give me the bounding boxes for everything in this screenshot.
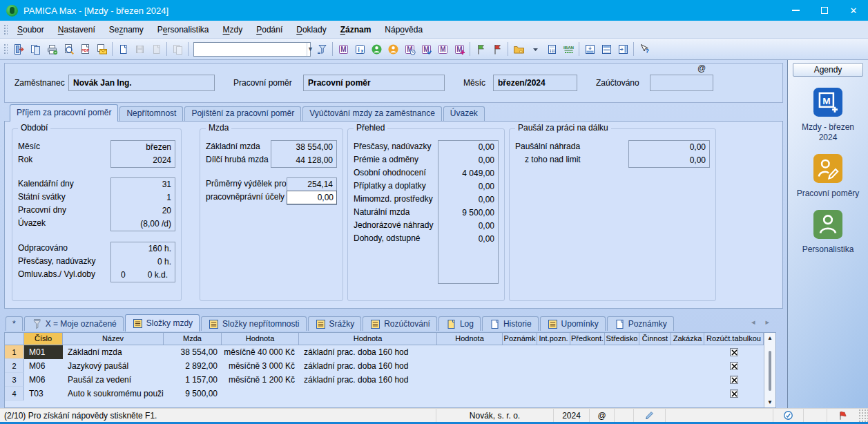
- minimize-button[interactable]: [781, 0, 810, 21]
- menu-podani[interactable]: Podání: [249, 22, 289, 37]
- column-header-hodnota[interactable]: Hodnota: [437, 333, 503, 345]
- column-header-nazev[interactable]: Název: [63, 333, 164, 345]
- cell[interactable]: [537, 387, 570, 401]
- cell[interactable]: [639, 387, 671, 401]
- tab-vyuctovani-mzdy-za-zamestnance[interactable]: Vyúčtování mzdy za zaměstnance: [302, 106, 442, 121]
- calculator-icon[interactable]: [543, 41, 560, 57]
- filter-icon[interactable]: [314, 41, 330, 57]
- panel-right-icon[interactable]: [615, 41, 631, 57]
- bottom-tab-item[interactable]: *: [6, 316, 23, 331]
- mzdy-m-icon[interactable]: M: [434, 41, 451, 57]
- cell[interactable]: [570, 373, 605, 387]
- row-number[interactable]: 4: [5, 387, 24, 401]
- menu-nastaveni[interactable]: Nastavení: [51, 22, 102, 37]
- green-flag-icon[interactable]: [472, 41, 489, 57]
- close-agenda-icon[interactable]: [10, 41, 27, 57]
- agenda-mzdy-brezen-2024[interactable]: MMzdy - březen 2024: [788, 88, 868, 143]
- column-header-poznamk[interactable]: Poznámk: [503, 333, 537, 345]
- column-header-rozuct-tabulkou[interactable]: Rozúčt.tabulkou: [704, 333, 764, 345]
- menu-zaznam[interactable]: Záznam: [334, 22, 378, 37]
- cell[interactable]: 2 892,00: [164, 359, 222, 373]
- row-number[interactable]: 3: [5, 373, 24, 387]
- cell[interactable]: Paušál za vedení: [63, 373, 164, 387]
- maximize-button[interactable]: [810, 0, 839, 21]
- bottom-tab-x-moje-oznacene[interactable]: X = Moje označené: [24, 316, 124, 331]
- bottom-tab-log[interactable]: Log: [438, 316, 481, 331]
- resize-grip[interactable]: [858, 409, 868, 422]
- column-header-mzda[interactable]: Mzda: [164, 333, 222, 345]
- cell[interactable]: základní prac. doba 160 hod: [299, 359, 437, 373]
- column-header-int-pozn[interactable]: Int.pozn.: [537, 333, 570, 345]
- cell[interactable]: 1 157,00: [164, 373, 222, 387]
- tab-pojisteni-za-pracovni-pomer[interactable]: Pojištění za pracovní poměr: [184, 106, 301, 121]
- cell[interactable]: M01: [24, 345, 63, 359]
- toolbar-grip-icon[interactable]: [3, 43, 8, 55]
- context-help-icon[interactable]: ?: [636, 41, 653, 57]
- cell[interactable]: [671, 387, 704, 401]
- table-row[interactable]: 3M06Paušál za vedení1 157,00měsíčně 1 20…: [5, 373, 775, 387]
- mzdy-clock-icon[interactable]: M: [401, 41, 418, 57]
- mzdy-plus-icon[interactable]: M: [451, 41, 467, 57]
- cell-rozuct-checkbox[interactable]: [704, 373, 764, 387]
- tab-strip-nav-arrows[interactable]: ◂ ▸: [751, 318, 783, 327]
- cell[interactable]: 38 554,00: [164, 345, 222, 359]
- combobox-dropdown-icon[interactable]: ▼: [307, 43, 314, 56]
- folder-dropdown-arrow-icon[interactable]: [527, 41, 543, 57]
- employment-field[interactable]: Pracovní poměr: [303, 75, 445, 91]
- agenda-pracovni-pomery[interactable]: Pracovní poměry: [788, 154, 868, 199]
- checkbox-checked-icon[interactable]: [730, 376, 738, 384]
- tab-nepritomnost[interactable]: Nepřítomnost: [119, 106, 183, 121]
- agendy-header-button[interactable]: Agendy: [793, 63, 863, 77]
- print-preview-icon[interactable]: [60, 41, 77, 57]
- scroll-up-icon[interactable]: ▲: [764, 333, 775, 343]
- cell[interactable]: měsíčně 3 000 Kč: [222, 359, 299, 373]
- cell[interactable]: [671, 359, 704, 373]
- record-pages-icon[interactable]: [27, 41, 44, 57]
- cell[interactable]: [437, 373, 503, 387]
- row-number[interactable]: 2: [5, 359, 24, 373]
- bottom-tab-slozky-nepritomnosti[interactable]: Složky nepřítomnosti: [201, 316, 306, 331]
- menu-soubor[interactable]: Soubor: [10, 22, 51, 37]
- send-email-icon[interactable]: [93, 41, 110, 57]
- cell-rozuct-checkbox[interactable]: [704, 359, 764, 373]
- cell[interactable]: [437, 345, 503, 359]
- cell[interactable]: [537, 359, 570, 373]
- documents-folder-icon[interactable]: [510, 41, 527, 57]
- cell[interactable]: [503, 359, 537, 373]
- cell[interactable]: [605, 373, 639, 387]
- cell[interactable]: [570, 345, 605, 359]
- bottom-tab-historie[interactable]: Historie: [482, 316, 539, 331]
- posted-field[interactable]: [650, 75, 713, 91]
- cell-rozuct-checkbox[interactable]: [704, 345, 764, 359]
- table-row[interactable]: 1M01Základní mzda38 554,00měsíčně 40 000…: [5, 345, 775, 359]
- menu-mzdy[interactable]: Mzdy: [216, 22, 250, 37]
- cell[interactable]: Základní mzda: [63, 345, 164, 359]
- table-row[interactable]: 2M06Jazykový paušál2 892,00měsíčně 3 000…: [5, 359, 775, 373]
- cell[interactable]: [639, 359, 671, 373]
- cell[interactable]: [437, 359, 503, 373]
- bottom-tab-srazky[interactable]: Srážky: [308, 316, 362, 331]
- column-header-predkont[interactable]: Předkont.: [570, 333, 605, 345]
- bottom-tab-upominky[interactable]: Upomínky: [540, 316, 606, 331]
- cell[interactable]: [671, 373, 704, 387]
- red-flag-icon[interactable]: [489, 41, 505, 57]
- column-header-hodnota[interactable]: Hodnota: [222, 333, 299, 345]
- cell[interactable]: [537, 345, 570, 359]
- employee-field[interactable]: Novák Jan Ing.: [68, 75, 215, 91]
- scroll-thumb[interactable]: [769, 351, 771, 391]
- cell[interactable]: [503, 387, 537, 401]
- cell[interactable]: [605, 359, 639, 373]
- cell[interactable]: [570, 387, 605, 401]
- cell[interactable]: [570, 359, 605, 373]
- menu-doklady[interactable]: Doklady: [289, 22, 333, 37]
- cell[interactable]: 9 500,00: [164, 387, 222, 401]
- scroll-down-icon[interactable]: ▼: [764, 397, 775, 407]
- bottom-tab-poznamky[interactable]: Poznámky: [607, 316, 674, 331]
- cell[interactable]: M06: [24, 359, 63, 373]
- tab-uvazek[interactable]: Úvazek: [443, 106, 485, 121]
- panel-detail-icon[interactable]: [598, 41, 615, 57]
- checkbox-checked-icon[interactable]: [730, 362, 738, 370]
- tab-prijem-za-pracovni-pomer[interactable]: Příjem za pracovní poměr: [10, 104, 118, 122]
- month-field[interactable]: březen/2024: [493, 75, 577, 91]
- column-header-rownum[interactable]: [5, 333, 24, 345]
